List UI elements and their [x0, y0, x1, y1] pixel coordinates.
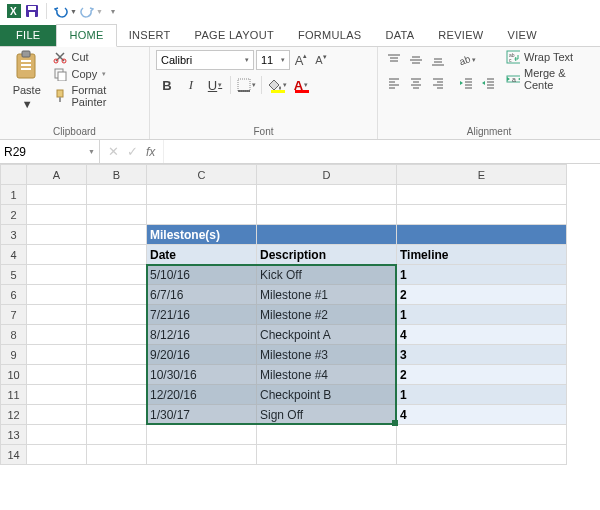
cell[interactable]: Checkpoint B [257, 385, 397, 405]
cell[interactable] [257, 205, 397, 225]
cell[interactable]: 6/7/16 [147, 285, 257, 305]
row-header[interactable]: 4 [1, 245, 27, 265]
cell[interactable]: 1/30/17 [147, 405, 257, 425]
font-size-combo[interactable]: 11 ▾ [256, 50, 290, 70]
grow-font-button[interactable]: A▴ [292, 50, 310, 70]
paste-dropdown-icon[interactable]: ▼ [22, 98, 33, 110]
cell[interactable]: 10/30/16 [147, 365, 257, 385]
cell[interactable] [147, 205, 257, 225]
cell[interactable]: 3 [397, 345, 567, 365]
cell[interactable] [27, 305, 87, 325]
row-header[interactable]: 12 [1, 405, 27, 425]
cell[interactable] [87, 305, 147, 325]
cut-button[interactable]: Cut [53, 50, 143, 64]
undo-dropdown-icon[interactable]: ▼ [70, 8, 77, 15]
cell[interactable] [87, 285, 147, 305]
cell[interactable]: 12/20/16 [147, 385, 257, 405]
save-icon[interactable] [24, 3, 40, 19]
cell[interactable] [397, 425, 567, 445]
cell[interactable] [147, 185, 257, 205]
cell[interactable] [27, 225, 87, 245]
cell[interactable] [27, 285, 87, 305]
cell[interactable]: 8/12/16 [147, 325, 257, 345]
cell[interactable]: 4 [397, 405, 567, 425]
row-header[interactable]: 2 [1, 205, 27, 225]
borders-button[interactable]: ▾ [235, 74, 257, 96]
cell[interactable] [87, 445, 147, 465]
cancel-formula-icon[interactable]: ✕ [108, 144, 119, 159]
font-name-combo[interactable]: Calibri ▾ [156, 50, 254, 70]
cell[interactable] [27, 365, 87, 385]
align-middle-button[interactable] [406, 50, 426, 70]
row-header[interactable]: 7 [1, 305, 27, 325]
cell[interactable]: 9/20/16 [147, 345, 257, 365]
formula-bar[interactable] [163, 140, 600, 163]
cell[interactable]: 1 [397, 385, 567, 405]
cell[interactable] [27, 325, 87, 345]
cell[interactable]: Milestone #1 [257, 285, 397, 305]
increase-indent-button[interactable] [478, 73, 498, 93]
tab-insert[interactable]: INSERT [117, 25, 183, 46]
cell[interactable] [27, 345, 87, 365]
cell[interactable]: Kick Off [257, 265, 397, 285]
cell[interactable] [257, 225, 397, 245]
tab-formulas[interactable]: FORMULAS [286, 25, 374, 46]
column-header[interactable]: B [87, 165, 147, 185]
qat-customize-icon[interactable]: ▾ [111, 7, 115, 16]
cell[interactable]: Milestone #4 [257, 365, 397, 385]
cell[interactable] [87, 425, 147, 445]
cell[interactable] [257, 445, 397, 465]
merge-center-button[interactable]: a Merge & Cente [506, 67, 594, 91]
tab-review[interactable]: REVIEW [426, 25, 495, 46]
cell[interactable]: Date [147, 245, 257, 265]
align-right-button[interactable] [428, 73, 448, 93]
align-bottom-button[interactable] [428, 50, 448, 70]
cell[interactable]: Sign Off [257, 405, 397, 425]
select-all-corner[interactable] [1, 165, 27, 185]
cell[interactable]: Checkpoint A [257, 325, 397, 345]
align-center-button[interactable] [406, 73, 426, 93]
cell[interactable] [397, 445, 567, 465]
decrease-indent-button[interactable] [456, 73, 476, 93]
cell[interactable] [87, 365, 147, 385]
row-header[interactable]: 8 [1, 325, 27, 345]
row-header[interactable]: 3 [1, 225, 27, 245]
column-header[interactable]: A [27, 165, 87, 185]
tab-data[interactable]: DATA [373, 25, 426, 46]
bold-button[interactable]: B [156, 74, 178, 96]
tab-file[interactable]: FILE [0, 25, 56, 46]
tab-page-layout[interactable]: PAGE LAYOUT [183, 25, 286, 46]
row-header[interactable]: 11 [1, 385, 27, 405]
cell[interactable] [87, 325, 147, 345]
tab-view[interactable]: VIEW [496, 25, 549, 46]
name-box[interactable]: R29 ▼ [0, 140, 100, 163]
shrink-font-button[interactable]: A▾ [312, 50, 330, 70]
underline-button[interactable]: U▾ [204, 74, 226, 96]
cell[interactable] [257, 185, 397, 205]
row-header[interactable]: 5 [1, 265, 27, 285]
cell[interactable] [87, 345, 147, 365]
cell[interactable] [87, 185, 147, 205]
align-top-button[interactable] [384, 50, 404, 70]
format-painter-button[interactable]: Format Painter [53, 84, 143, 108]
row-header[interactable]: 6 [1, 285, 27, 305]
cell[interactable] [87, 245, 147, 265]
undo-icon[interactable] [53, 3, 69, 19]
copy-dropdown-icon[interactable]: ▾ [102, 70, 106, 78]
cell[interactable] [27, 425, 87, 445]
worksheet[interactable]: ABCDE123Milestone(s)4DateDescriptionTime… [0, 164, 600, 510]
row-header[interactable]: 10 [1, 365, 27, 385]
cell[interactable]: 5/10/16 [147, 265, 257, 285]
font-color-button[interactable]: A ▾ [290, 74, 312, 96]
redo-dropdown-icon[interactable]: ▼ [96, 8, 103, 15]
cell[interactable]: 1 [397, 305, 567, 325]
cell[interactable] [257, 425, 397, 445]
cell[interactable] [27, 185, 87, 205]
cell[interactable]: 2 [397, 285, 567, 305]
column-header[interactable]: E [397, 165, 567, 185]
cell[interactable] [27, 265, 87, 285]
cell[interactable] [87, 205, 147, 225]
cell[interactable]: 1 [397, 265, 567, 285]
cell[interactable] [87, 385, 147, 405]
cell[interactable] [397, 225, 567, 245]
